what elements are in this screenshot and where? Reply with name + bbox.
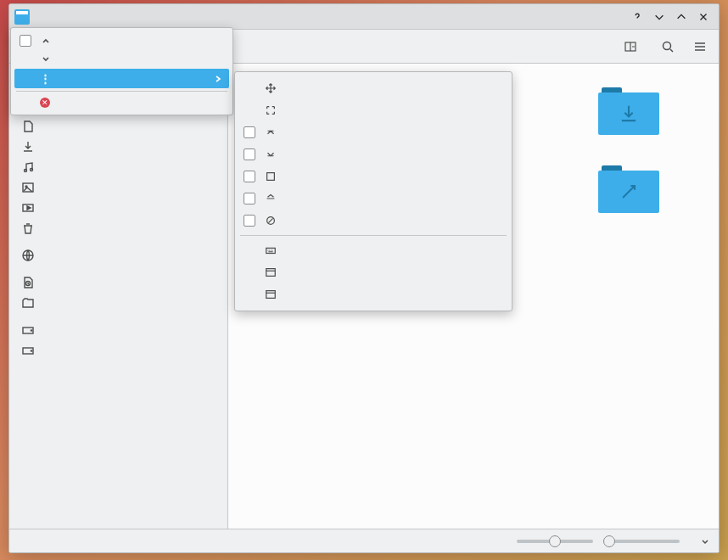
device-sda1[interactable] <box>9 340 227 361</box>
device-sda2[interactable] <box>9 320 227 340</box>
action-keep-above[interactable] <box>238 121 508 143</box>
keep-below-icon <box>264 148 277 161</box>
split-icon <box>624 40 637 53</box>
svg-point-13 <box>31 350 31 351</box>
place-videos[interactable] <box>9 198 227 218</box>
svg-rect-24 <box>266 291 276 299</box>
hamburger-button[interactable] <box>688 35 712 59</box>
svg-point-1 <box>664 42 671 49</box>
recent-locations[interactable] <box>9 293 227 313</box>
split-button[interactable] <box>619 36 647 57</box>
menu-more-actions[interactable]: ⋮ <box>14 69 229 88</box>
maximize-checkbox[interactable] <box>20 35 31 47</box>
recent-files[interactable] <box>9 272 227 293</box>
more-actions-submenu <box>234 71 512 311</box>
chevron-up-icon <box>40 35 52 47</box>
menu-close[interactable]: ✕ <box>14 94 229 111</box>
action-shade[interactable] <box>238 188 508 210</box>
move-icon <box>264 81 277 95</box>
help-icon[interactable] <box>630 10 644 24</box>
zoom-slider[interactable] <box>517 540 593 543</box>
action-config-window[interactable] <box>238 261 508 283</box>
action-set-shortcut[interactable] <box>238 239 508 261</box>
search-button[interactable] <box>656 35 680 59</box>
svg-rect-23 <box>266 269 276 277</box>
svg-point-3 <box>25 170 27 172</box>
folder-templates[interactable] <box>555 165 702 218</box>
action-fullscreen[interactable] <box>238 165 508 188</box>
menu-minimize[interactable] <box>14 50 229 69</box>
action-move[interactable] <box>238 77 508 99</box>
statusbar <box>9 529 719 552</box>
keep-above-icon <box>264 126 277 139</box>
chevron-down-icon[interactable] <box>700 536 710 546</box>
no-frame-icon <box>264 214 277 227</box>
chevron-down-icon <box>40 53 52 65</box>
chevron-right-icon <box>212 73 224 85</box>
svg-point-11 <box>31 330 31 331</box>
dots-icon: ⋮ <box>40 72 52 85</box>
menu-maximize[interactable] <box>14 31 229 50</box>
place-network[interactable] <box>9 245 227 266</box>
app-icon[interactable] <box>14 9 30 25</box>
app-settings-icon <box>264 288 277 301</box>
keyboard-icon <box>264 244 277 257</box>
svg-rect-20 <box>267 173 275 181</box>
places-panel <box>9 64 228 529</box>
resize-icon <box>264 104 277 117</box>
shade-icon <box>264 192 277 205</box>
cat-devices <box>9 313 227 320</box>
fullscreen-icon <box>264 170 277 183</box>
titlebar[interactable] <box>9 4 719 30</box>
minimize-icon[interactable] <box>652 10 666 24</box>
place-downloads[interactable] <box>9 137 227 157</box>
window-menu: ⋮ ✕ <box>10 27 233 115</box>
place-pictures[interactable] <box>9 177 227 198</box>
maximize-icon[interactable] <box>675 10 688 24</box>
folder-downloads[interactable] <box>555 87 702 140</box>
action-config-app[interactable] <box>238 283 508 305</box>
window-settings-icon <box>264 266 277 279</box>
place-music[interactable] <box>9 157 227 177</box>
cat-recent <box>9 266 227 272</box>
cat-remote <box>9 238 227 245</box>
zoom-slider-2[interactable] <box>603 540 680 543</box>
action-resize[interactable] <box>238 99 508 121</box>
svg-point-4 <box>31 169 33 171</box>
close-x-icon: ✕ <box>40 98 50 108</box>
place-documents[interactable] <box>9 116 227 137</box>
place-trash[interactable] <box>9 218 227 238</box>
action-no-titlebar[interactable] <box>238 210 508 232</box>
action-keep-below[interactable] <box>238 143 508 165</box>
close-icon[interactable] <box>697 10 710 24</box>
